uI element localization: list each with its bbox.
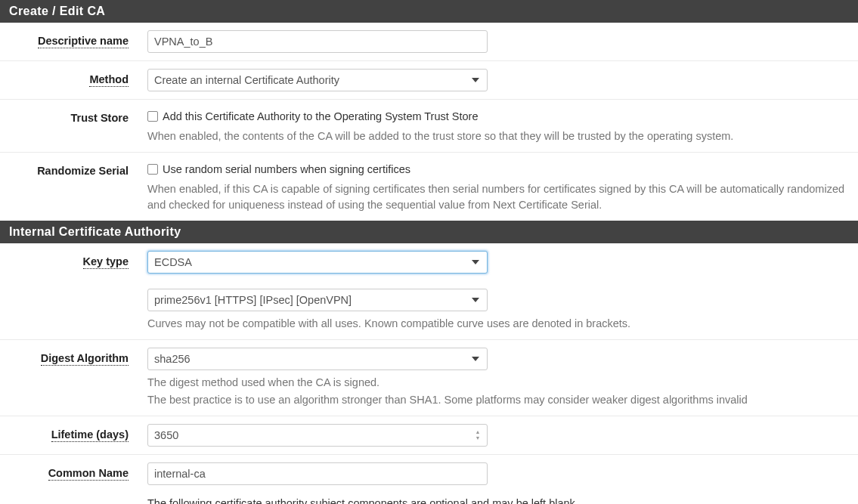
subject-components-note: The following certificate authority subj… [147,497,847,504]
descriptive-name-input[interactable] [147,30,488,53]
digest-help-2: The best practice is to use an algorithm… [147,392,847,408]
create-edit-ca-panel: Create / Edit CA Descriptive name Method… [0,0,858,221]
curve-select[interactable]: prime256v1 [HTTPS] [IPsec] [OpenVPN] [147,289,488,311]
trust-store-checkbox[interactable] [147,111,158,122]
digest-select[interactable]: sha256 [147,348,488,370]
row-curve: prime256v1 [HTTPS] [IPsec] [OpenVPN] Cur… [0,281,858,340]
lifetime-input[interactable] [147,424,488,447]
randomize-serial-checkbox-line[interactable]: Use random serial numbers when signing c… [147,163,847,175]
row-digest: Digest Algorithm sha256 The digest metho… [0,340,858,416]
trust-store-checkbox-line[interactable]: Add this Certificate Authority to the Op… [147,110,847,122]
label-digest: Digest Algorithm [41,352,129,366]
row-key-type: Key type ECDSA [0,243,858,281]
row-descriptive-name: Descriptive name [0,23,858,61]
panel-header-internal-ca: Internal Certificate Authority [0,221,858,243]
method-select[interactable]: Create an internal Certificate Authority [147,69,488,91]
key-type-select-value: ECDSA [154,256,192,268]
randomize-serial-checkbox-label: Use random serial numbers when signing c… [163,163,410,175]
label-key-type: Key type [83,255,129,269]
trust-store-help: When enabled, the contents of the CA wil… [147,128,847,144]
randomize-serial-checkbox[interactable] [147,164,158,175]
label-common-name: Common Name [48,467,129,481]
panel-header-create-edit-ca: Create / Edit CA [0,0,858,23]
label-trust-store: Trust Store [70,112,129,125]
curve-help: Curves may not be compatible with all us… [147,316,847,332]
label-lifetime: Lifetime (days) [51,428,129,442]
row-trust-store: Trust Store Add this Certificate Authori… [0,100,858,153]
digest-select-value: sha256 [154,353,190,365]
row-lifetime: Lifetime (days) [0,416,858,455]
curve-select-value: prime256v1 [HTTPS] [IPsec] [OpenVPN] [154,294,352,306]
randomize-serial-help: When enabled, if this CA is capable of s… [147,181,847,213]
row-common-name: Common Name [0,455,858,493]
label-descriptive-name: Descriptive name [38,35,129,48]
digest-help-1: The digest method used when the CA is si… [147,375,847,391]
row-randomize-serial: Randomize Serial Use random serial numbe… [0,153,858,221]
label-randomize-serial: Randomize Serial [37,165,129,178]
row-method: Method Create an internal Certificate Au… [0,61,858,100]
method-select-value: Create an internal Certificate Authority [154,74,339,86]
common-name-input[interactable] [147,462,488,485]
label-method: Method [89,73,129,87]
row-footer-note: The following certificate authority subj… [0,493,858,504]
internal-ca-panel: Internal Certificate Authority Key type … [0,221,858,504]
trust-store-checkbox-label: Add this Certificate Authority to the Op… [163,110,478,122]
key-type-select[interactable]: ECDSA [147,251,488,274]
